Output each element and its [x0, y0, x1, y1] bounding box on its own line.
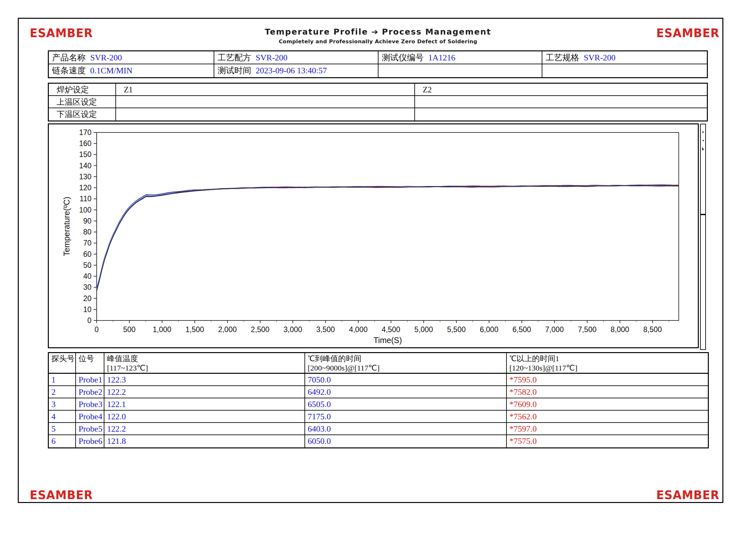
peak-temp: 122.2: [104, 423, 305, 435]
info-label: 工艺规格: [546, 53, 579, 62]
info-value: 1A1216: [428, 53, 455, 62]
info-value: SVR-200: [584, 53, 615, 62]
info-label: 产品名称: [52, 53, 86, 62]
time-above: *7595.0: [507, 374, 708, 386]
probe-no: 4: [49, 411, 76, 423]
col-header-time-above: ℃以上的时间1[120~130s]@[117℃]: [507, 353, 708, 374]
report-page: ESAMBER ESAMBER Temperature Profile➔Proc…: [0, 0, 756, 534]
x-tick-label: 8,500: [643, 325, 662, 334]
series-Probe6: [97, 186, 679, 291]
peak-temp: 122.1: [104, 398, 305, 411]
series-Probe3: [97, 186, 679, 291]
peak-temp: 122.3: [104, 374, 305, 386]
plot-frame: [97, 133, 679, 320]
settings-upper-z2-value: [415, 96, 707, 108]
peak-temp: 122.0: [104, 411, 305, 423]
page-title-right: Process Management: [382, 27, 491, 37]
header-line: [200~9000s]@[117℃]: [308, 364, 506, 373]
probe-position: Probe1: [76, 374, 104, 386]
page-subtitle: Completely and Professionally Achieve Ze…: [279, 38, 477, 44]
info-label: 测试仪编号: [382, 53, 424, 62]
settings-zone-z1: Z1: [116, 84, 415, 96]
info-cell-recipe: 工艺配方SVR-200: [214, 51, 378, 64]
y-axis-label: Temperature(ºC): [62, 197, 71, 256]
x-tick-label: 6,500: [513, 325, 531, 334]
header-line: 位号: [79, 354, 104, 364]
col-header-peak-temp: 峰值温度[117~123℃]: [104, 353, 305, 374]
settings-lower-z2-value: [415, 108, 707, 120]
x-tick-label: 2,000: [218, 325, 237, 334]
x-tick-label: 4,500: [382, 325, 400, 334]
time-above: *7609.0: [507, 398, 708, 411]
info-cell-spec: 工艺规格SVR-200: [542, 51, 707, 64]
time-to-peak: 6492.0: [305, 386, 507, 398]
info-cell-chain-speed: 链条速度0.1CM/MIN: [49, 64, 214, 77]
y-tick-label: 40: [83, 272, 92, 280]
peak-temp: 121.8: [104, 435, 305, 447]
y-tick-label: 30: [83, 283, 92, 292]
y-tick-label: 130: [79, 172, 92, 181]
brand-logo-bottom-left: ESAMBER: [30, 488, 93, 502]
probe-position: Probe6: [76, 435, 104, 447]
y-tick-label: 0: [87, 316, 92, 325]
info-cell-tester-id: 测试仪编号1A1216: [378, 51, 542, 64]
temperature-chart-canvas: 0102030405060708090100110120130140150160…: [49, 124, 698, 347]
settings-label-upper-zone: 上温区设定: [49, 96, 116, 108]
info-cell-empty-2: [542, 64, 707, 77]
probe-position: Probe4: [76, 411, 104, 423]
time-to-peak: 6403.0: [305, 423, 507, 435]
x-tick-label: 7,000: [545, 325, 564, 334]
header-line: ℃到峰值的时间: [308, 354, 506, 364]
y-tick-label: 160: [79, 139, 92, 148]
header-line: [120~130s]@[117℃]: [509, 364, 708, 373]
time-above: *7575.0: [507, 435, 708, 447]
legend-strip-top: [700, 124, 706, 215]
col-header-probe-no: 探头号: [49, 353, 76, 374]
series-Probe2: [97, 185, 679, 289]
settings-upper-z1-value: [116, 96, 415, 108]
y-tick-label: 120: [79, 184, 92, 192]
series-Probe1: [97, 185, 679, 291]
x-tick-label: 7,500: [578, 325, 597, 334]
y-tick-label: 110: [79, 194, 92, 203]
legend-strip-bottom: [700, 215, 706, 350]
info-value: SVR-200: [256, 53, 287, 62]
time-above: *7597.0: [507, 423, 708, 435]
probe-position: Probe3: [76, 398, 104, 411]
col-header-time-to-peak: ℃到峰值的时间[200~9000s]@[117℃]: [305, 353, 507, 374]
y-tick-label: 80: [83, 228, 92, 236]
time-to-peak: 7050.0: [305, 374, 507, 386]
series-Probe4: [97, 185, 679, 290]
brand-logo-top-left: ESAMBER: [30, 26, 93, 40]
x-tick-label: 1,500: [185, 325, 204, 334]
y-tick-label: 90: [83, 217, 92, 225]
arrow-right-icon: ➔: [371, 27, 379, 37]
y-tick-label: 70: [83, 239, 92, 247]
info-value: 0.1CM/MIN: [90, 66, 132, 75]
probe-no: 5: [49, 423, 76, 435]
time-to-peak: 7175.0: [305, 411, 507, 423]
info-label: 链条速度: [52, 66, 86, 75]
y-tick-label: 150: [79, 150, 92, 159]
x-tick-label: 4,000: [349, 325, 368, 334]
x-tick-label: 1,000: [153, 325, 172, 334]
legend-strip-marks: [702, 132, 704, 133]
y-tick-label: 170: [79, 128, 92, 137]
x-tick-label: 2,500: [251, 325, 270, 334]
x-axis-label: Time(S): [374, 336, 402, 345]
x-tick-label: 3,000: [284, 325, 302, 334]
probe-position: Probe2: [76, 386, 104, 398]
x-tick-label: 3,500: [316, 325, 335, 334]
col-header-position: 位号: [76, 353, 104, 374]
x-tick-label: 8,000: [610, 325, 629, 334]
temperature-chart: 0102030405060708090100110120130140150160…: [48, 123, 699, 348]
time-above: *7582.0: [507, 386, 708, 398]
header-line: 探头号: [51, 354, 75, 364]
brand-logo-bottom-right: ESAMBER: [656, 488, 719, 502]
settings-zone-z2: Z2: [415, 84, 707, 96]
y-tick-label: 60: [83, 250, 92, 258]
settings-label-lower-zone: 下温区设定: [49, 108, 116, 120]
x-tick-label: 0: [95, 325, 99, 334]
settings-lower-z1-value: [116, 108, 415, 120]
x-tick-label: 6,000: [480, 325, 499, 334]
